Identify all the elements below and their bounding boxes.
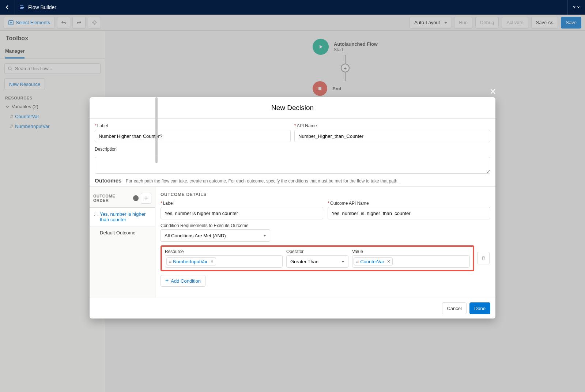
api-name-input[interactable] bbox=[294, 130, 490, 142]
close-icon[interactable]: ✕ bbox=[490, 87, 496, 97]
label-label: Label bbox=[95, 123, 291, 128]
decision-modal: ✕ New Decision Label API Name Descriptio… bbox=[90, 97, 495, 318]
outcome-api-input[interactable] bbox=[328, 207, 490, 219]
resource-input[interactable]: #NumberInputVar× bbox=[165, 255, 283, 268]
outcomes-heading: Outcomes bbox=[95, 177, 121, 184]
flow-icon bbox=[19, 4, 25, 11]
value-input[interactable]: #CounterVar× bbox=[352, 255, 470, 268]
app-title: Flow Builder bbox=[28, 4, 56, 10]
scrollbar[interactable] bbox=[155, 119, 158, 163]
outcomes-hint: For each path the flow can take, create … bbox=[126, 178, 399, 184]
app-brand: Flow Builder bbox=[15, 0, 56, 15]
help-icon: ? bbox=[573, 5, 575, 10]
description-input[interactable] bbox=[95, 157, 490, 174]
outcome-item-active[interactable]: Yes, number is higher than counter bbox=[90, 207, 155, 226]
plus-icon: + bbox=[165, 278, 169, 284]
help-menu[interactable]: ? bbox=[567, 0, 585, 15]
info-icon[interactable]: i bbox=[133, 195, 139, 201]
app-topbar: Flow Builder ? bbox=[0, 0, 585, 15]
label-input[interactable] bbox=[95, 130, 291, 142]
operator-select[interactable]: Greater Than bbox=[286, 255, 348, 268]
trash-icon bbox=[481, 256, 486, 261]
chevron-down-icon bbox=[577, 6, 580, 9]
modal-title: New Decision bbox=[90, 104, 495, 112]
number-icon: # bbox=[169, 259, 171, 264]
add-outcome-button[interactable]: + bbox=[141, 193, 151, 204]
outcome-item-default[interactable]: Default Outcome bbox=[90, 226, 155, 240]
outcome-details-panel: OUTCOME DETAILS Label Outcome API Name C… bbox=[155, 187, 495, 298]
api-name-label: API Name bbox=[294, 123, 490, 128]
cancel-button[interactable]: Cancel bbox=[442, 302, 466, 314]
number-icon: # bbox=[356, 259, 359, 264]
remove-pill-icon[interactable]: × bbox=[387, 259, 390, 264]
condition-row-highlighted: Resource #NumberInputVar× Operator Great… bbox=[161, 245, 474, 271]
description-label: Description bbox=[95, 147, 490, 152]
delete-condition-button[interactable] bbox=[477, 252, 490, 264]
back-button[interactable] bbox=[0, 4, 15, 10]
outcome-label-input[interactable] bbox=[161, 207, 323, 219]
done-button[interactable]: Done bbox=[469, 302, 490, 314]
remove-pill-icon[interactable]: × bbox=[211, 259, 214, 264]
outcome-order-panel: OUTCOME ORDER i + Yes, number is higher … bbox=[90, 187, 155, 298]
add-condition-button[interactable]: + Add Condition bbox=[161, 275, 205, 287]
condition-requirement-select[interactable]: All Conditions Are Met (AND) bbox=[161, 229, 270, 242]
